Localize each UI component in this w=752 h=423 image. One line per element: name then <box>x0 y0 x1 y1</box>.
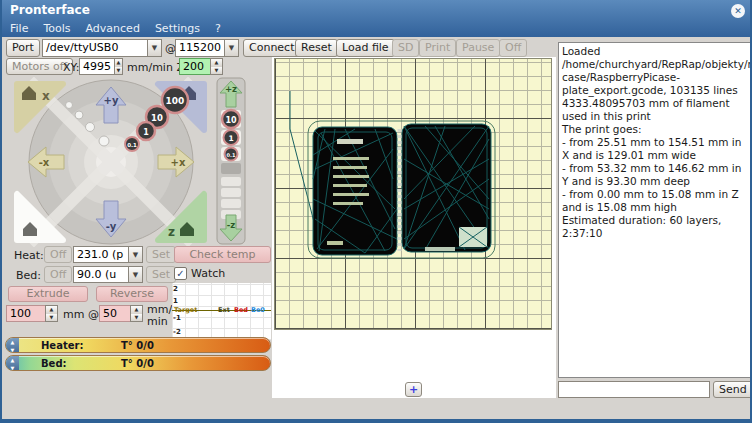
menubar: File Tools Advanced Settings ? <box>2 20 750 37</box>
graph-tick: -2 <box>173 328 181 336</box>
z-distance-10[interactable]: 10 <box>225 116 237 125</box>
xy-feed-label: XY: <box>63 61 80 74</box>
pause-button: Pause <box>456 39 500 57</box>
graph-legend-be0: Be0 <box>251 306 265 314</box>
mm-min-label-2: min <box>147 315 168 328</box>
z-cell-selected[interactable] <box>221 163 241 174</box>
extrude-length-spinner[interactable]: 100 ▲▼ <box>6 305 58 322</box>
jog-pad: x y z +y -y -x +x 100 10 <box>10 77 210 247</box>
minus-y-label: -y <box>106 221 117 232</box>
minus-z-label: -z <box>227 220 236 230</box>
heater-temp-combo[interactable]: 231.0 (p ▼ <box>73 246 143 263</box>
distance-10: 10 <box>151 113 163 123</box>
titlebar[interactable]: Pronterface ✕ File Tools Advanced Settin… <box>2 0 750 37</box>
command-input[interactable] <box>558 381 710 398</box>
z-feedrate-spinner[interactable]: 200 ▲▼ <box>179 58 223 75</box>
bed-gauge[interactable]: ▲▼ Bed: T° 0/0 <box>5 355 271 371</box>
port-combo[interactable]: /dev/ttyUSB0 ▼ <box>42 39 162 57</box>
z-feedrate-value: 200 <box>179 58 210 75</box>
menu-settings[interactable]: Settings <box>155 22 200 35</box>
console-log[interactable]: Loaded /home/churchyard/RepRap/objekty/r… <box>558 42 751 378</box>
heater-temp-value: 231.0 (p <box>73 246 128 263</box>
extrude-speed-value: 50 <box>99 305 130 322</box>
spinner-arrows-icon[interactable]: ▲▼ <box>210 58 223 75</box>
gcode-preview <box>275 59 553 331</box>
z-jog-column: +z 10 1 0.1 -z <box>216 77 246 245</box>
print-button: Print <box>419 39 456 57</box>
add-view-button[interactable]: + <box>405 382 422 397</box>
distance-1: 1 <box>143 128 149 137</box>
gauge-spinner-icon[interactable]: ▲▼ <box>6 338 19 352</box>
bed-label: Bed: <box>16 269 41 282</box>
graph-tick: 1 <box>173 297 178 305</box>
print-bed-plate[interactable] <box>274 58 552 330</box>
bed-set-button: Set <box>146 266 176 283</box>
reset-button[interactable]: Reset <box>295 39 338 57</box>
menu-help[interactable]: ? <box>215 22 221 35</box>
watch-checkbox[interactable]: ✓ <box>174 267 187 280</box>
extrude-speed-spinner[interactable]: 50 ▲▼ <box>99 305 143 322</box>
distance-100: 100 <box>166 96 185 106</box>
minus-x-label: -x <box>39 157 50 168</box>
gcode-travel-moves <box>290 91 315 226</box>
chevron-down-icon[interactable]: ▼ <box>147 39 162 57</box>
heat-label: Heat: <box>14 249 44 262</box>
send-button[interactable]: Send <box>713 381 752 398</box>
heater-gauge-label: Heater: <box>41 340 83 351</box>
watch-label: Watch <box>191 267 225 280</box>
xy-feedrate-spinner[interactable]: 4995 ▲▼ <box>79 58 123 75</box>
chevron-down-icon[interactable]: ▼ <box>224 39 239 57</box>
baud-value: 115200 <box>175 39 224 57</box>
graph-legend-bed: Bed <box>234 306 248 314</box>
connect-button[interactable]: Connect <box>243 39 300 57</box>
window-title: Pronterface <box>10 3 90 17</box>
temperature-graph: 2 1 -1 -2 Target Ext Bed Be0 <box>172 283 271 340</box>
port-button[interactable]: Port <box>6 39 40 57</box>
extrude-button[interactable]: Extrude <box>8 286 88 302</box>
z-distance-1[interactable]: 1 <box>228 134 233 143</box>
extrude-length-value: 100 <box>6 305 45 322</box>
heater-off-button: Off <box>44 246 72 263</box>
graph-legend-target: Target <box>174 306 197 314</box>
load-file-button[interactable]: Load file <box>336 39 395 57</box>
plus-y-label: +y <box>104 95 119 106</box>
bed-gauge-value: T° 0/0 <box>121 358 154 369</box>
plus-z-label: +z <box>225 84 237 94</box>
off-button: Off <box>499 39 527 57</box>
spinner-arrows-icon[interactable]: ▲▼ <box>114 58 123 75</box>
heater-set-button: Set <box>146 246 176 263</box>
distance-01: 0.1 <box>127 142 137 148</box>
check-temp-button[interactable]: Check temp <box>174 246 271 263</box>
pronterface-window: Pronterface ✕ File Tools Advanced Settin… <box>0 0 752 423</box>
xy-feedrate-value: 4995 <box>79 58 114 75</box>
graph-tick: -1 <box>173 314 181 322</box>
home-z-letter: z <box>168 225 175 239</box>
close-icon[interactable]: ✕ <box>731 4 745 18</box>
bed-off-button: Off <box>44 266 72 283</box>
menu-advanced[interactable]: Advanced <box>86 22 140 35</box>
plus-x-label: +x <box>171 157 186 168</box>
heater-gauge[interactable]: ▲▼ Heater: T° 0/0 <box>5 337 271 353</box>
reverse-button[interactable]: Reverse <box>96 286 168 302</box>
home-x-letter: x <box>42 89 50 103</box>
spinner-arrows-icon[interactable]: ▲▼ <box>130 305 143 322</box>
chevron-down-icon[interactable]: ▼ <box>128 266 143 283</box>
port-value: /dev/ttyUSB0 <box>42 39 147 57</box>
gcode-viewer[interactable]: + <box>272 57 556 398</box>
bed-temp-value: 90.0 (u <box>73 266 128 283</box>
baud-combo[interactable]: 115200 ▼ <box>175 39 239 57</box>
z-distance-01[interactable]: 0.1 <box>227 152 236 158</box>
menu-tools[interactable]: Tools <box>43 22 70 35</box>
chevron-down-icon[interactable]: ▼ <box>128 246 143 263</box>
bed-temp-combo[interactable]: 90.0 (u ▼ <box>73 266 143 283</box>
heater-gauge-value: T° 0/0 <box>121 340 154 351</box>
gauge-spinner-icon[interactable]: ▲▼ <box>6 356 19 370</box>
status-bar: Loaded /home/churchyard/RepRap/objekty/r… <box>2 400 750 419</box>
menu-file[interactable]: File <box>10 22 28 35</box>
mm-at-label: mm @ <box>63 308 99 321</box>
graph-tick: 2 <box>173 285 178 293</box>
sd-button: SD <box>392 39 419 57</box>
spinner-arrows-icon[interactable]: ▲▼ <box>45 305 58 322</box>
print-object-left-half <box>313 127 397 255</box>
graph-legend-ext: Ext <box>218 306 230 314</box>
